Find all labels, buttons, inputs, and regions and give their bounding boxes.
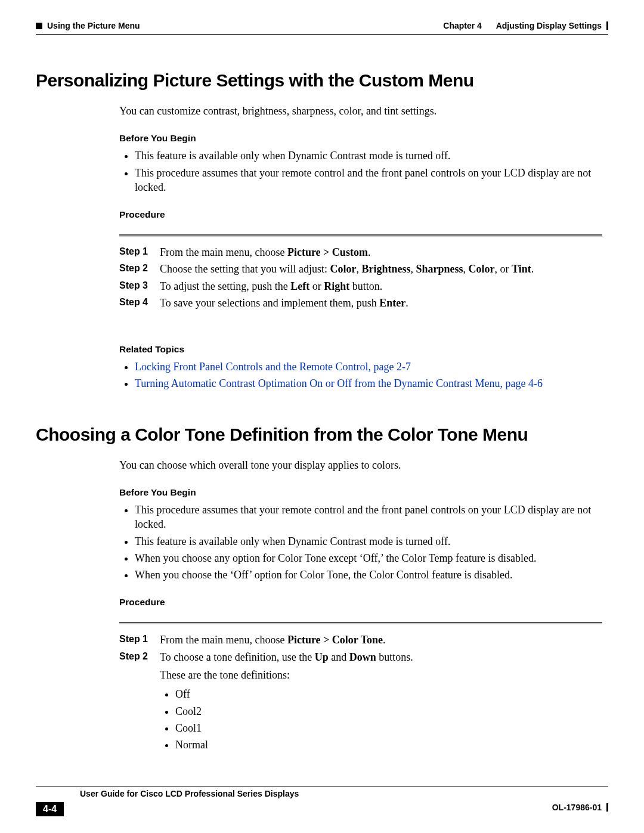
- related-topics-list: Locking Front Panel Controls and the Rem…: [119, 360, 602, 391]
- procedure-steps: Step 1 From the main menu, choose Pictur…: [160, 633, 602, 754]
- step-row: Step 4 To save your selections and imple…: [160, 296, 602, 310]
- list-item: Normal: [175, 738, 413, 752]
- list-item: This feature is available only when Dyna…: [135, 148, 602, 163]
- related-topics-heading: Related Topics: [119, 343, 602, 356]
- section1-heading: Personalizing Picture Settings with the …: [36, 70, 608, 91]
- step-label: Step 4: [119, 296, 160, 310]
- tone-definitions-list: Off Cool2 Cool1 Normal: [160, 687, 413, 752]
- step-label: Step 1: [119, 633, 160, 647]
- list-item: When you choose the ‘Off’ option for Col…: [135, 568, 602, 582]
- section2-intro: You can choose which overall tone your d…: [119, 458, 602, 472]
- step-content: To choose a tone definition, use the Up …: [160, 650, 413, 755]
- list-item: Off: [175, 687, 413, 701]
- procedure-rule: [119, 622, 602, 624]
- step-row: Step 1 From the main menu, choose Pictur…: [160, 633, 602, 647]
- step-content: From the main menu, choose Picture > Col…: [160, 633, 386, 647]
- step-content: To save your selections and implement th…: [160, 296, 408, 310]
- list-item: Turning Automatic Contrast Optimation On…: [135, 376, 602, 391]
- step-label: Step 3: [119, 279, 160, 293]
- footer-title-row: User Guide for Cisco LCD Professional Se…: [36, 789, 608, 798]
- list-item: Cool1: [175, 721, 413, 735]
- step-label: Step 1: [119, 245, 160, 259]
- list-item: Locking Front Panel Controls and the Rem…: [135, 360, 602, 374]
- step-content: From the main menu, choose Picture > Cus…: [160, 245, 370, 259]
- procedure-steps: Step 1 From the main menu, choose Pictur…: [160, 245, 602, 310]
- doc-id-text: OL-17986-01: [552, 803, 602, 812]
- page-number-box: 4-4: [36, 802, 64, 816]
- procedure-heading: Procedure: [119, 596, 602, 609]
- section1-intro: You can customize contrast, brightness, …: [119, 104, 602, 118]
- footer-end-bar-icon: [606, 803, 608, 812]
- header-section-name: Using the Picture Menu: [47, 21, 140, 30]
- section1-body: You can customize contrast, brightness, …: [119, 104, 602, 391]
- document-page: Using the Picture Menu Chapter 4 Adjusti…: [0, 0, 644, 833]
- list-item: This feature is available only when Dyna…: [135, 534, 602, 549]
- step-content: To adjust the setting, push the Left or …: [160, 279, 382, 293]
- step-row: Step 3 To adjust the setting, push the L…: [160, 279, 602, 293]
- footer-guide-title: User Guide for Cisco LCD Professional Se…: [80, 789, 299, 798]
- before-you-begin-heading: Before You Begin: [119, 132, 602, 145]
- doc-id: OL-17986-01: [552, 803, 608, 812]
- page-number: 4-4: [36, 802, 64, 816]
- step-row: Step 1 From the main menu, choose Pictur…: [160, 245, 602, 259]
- list-item: This procedure assumes that your remote …: [135, 503, 602, 532]
- header-left: Using the Picture Menu: [36, 21, 140, 30]
- header-chapter-label: Chapter 4: [443, 21, 482, 30]
- procedure-heading: Procedure: [119, 209, 602, 221]
- header-end-bar-icon: [606, 21, 608, 30]
- footer-bottom-row: 4-4 OL-17986-01: [36, 798, 608, 816]
- related-link[interactable]: Locking Front Panel Controls and the Rem…: [135, 361, 411, 373]
- section2-body: You can choose which overall tone your d…: [119, 458, 602, 755]
- page-header: Using the Picture Menu Chapter 4 Adjusti…: [36, 21, 608, 30]
- list-item: This procedure assumes that your remote …: [135, 166, 602, 195]
- related-link[interactable]: Turning Automatic Contrast Optimation On…: [135, 377, 543, 389]
- procedure-rule: [119, 234, 602, 237]
- page-footer: User Guide for Cisco LCD Professional Se…: [36, 786, 608, 816]
- step-row: Step 2 Choose the setting that you will …: [160, 262, 602, 276]
- before-you-begin-list: This feature is available only when Dyna…: [119, 148, 602, 194]
- step-label: Step 2: [119, 650, 160, 755]
- header-chapter-title: Adjusting Display Settings: [496, 21, 602, 30]
- step-content: Choose the setting that you will adjust:…: [160, 262, 534, 276]
- step-label: Step 2: [119, 262, 160, 276]
- before-you-begin-list: This procedure assumes that your remote …: [119, 503, 602, 582]
- section2-heading: Choosing a Color Tone Definition from th…: [36, 425, 608, 445]
- header-rule: [36, 34, 608, 35]
- before-you-begin-heading: Before You Begin: [119, 487, 602, 499]
- square-bullet-icon: [36, 23, 42, 29]
- step-row: Step 2 To choose a tone definition, use …: [160, 650, 602, 755]
- footer-rule: [36, 786, 608, 786]
- step2-continuation: These are the tone definitions:: [160, 668, 413, 682]
- header-right: Chapter 4 Adjusting Display Settings: [443, 21, 608, 30]
- list-item: When you choose any option for Color Ton…: [135, 551, 602, 565]
- list-item: Cool2: [175, 704, 413, 719]
